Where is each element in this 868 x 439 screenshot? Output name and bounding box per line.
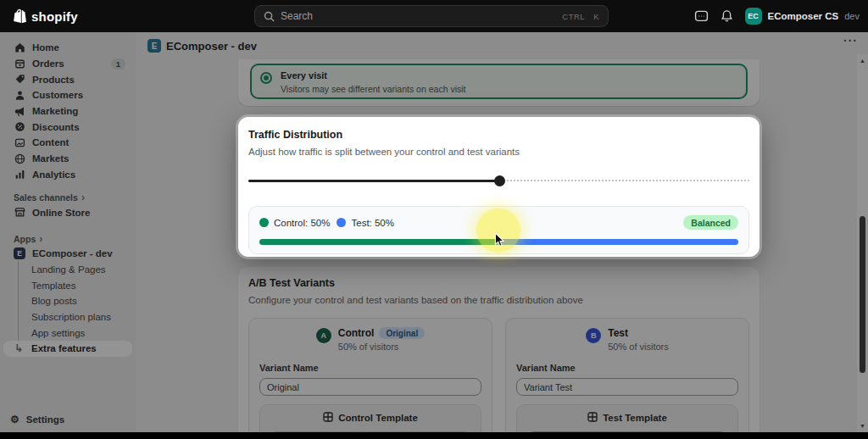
traffic-card-title: Traffic Distribution xyxy=(248,129,749,141)
control-dot-icon xyxy=(259,218,269,227)
mouse-cursor xyxy=(494,232,505,252)
scrollbar-thumb[interactable] xyxy=(860,216,865,373)
bar-control-segment xyxy=(259,239,499,245)
search-placeholder: Search xyxy=(281,10,313,22)
shopify-wordmark: shopify xyxy=(31,9,78,24)
inbox-chat-icon[interactable] xyxy=(694,9,709,24)
bar-test-segment xyxy=(499,239,739,245)
balanced-status-badge: Balanced xyxy=(683,215,738,230)
slider-fill xyxy=(248,180,499,182)
account-name: EComposer CS xyxy=(768,11,839,21)
scroll-up-icon[interactable]: ▲ xyxy=(857,58,868,64)
vertical-scrollbar[interactable]: ▲ ▼ xyxy=(857,54,868,432)
test-legend: Test: 50% xyxy=(337,218,394,228)
account-menu[interactable]: EC EComposer CS dev xyxy=(745,8,860,25)
test-dot-icon xyxy=(337,218,346,227)
traffic-slider[interactable] xyxy=(248,175,749,186)
search-icon xyxy=(264,11,275,22)
global-search-input[interactable]: Search CTRLK xyxy=(254,5,609,27)
shopify-logo: shopify xyxy=(0,8,78,25)
notifications-bell-icon[interactable] xyxy=(721,9,733,23)
traffic-card-subtitle: Adjust how traffic is split between your… xyxy=(248,147,749,157)
slider-handle[interactable] xyxy=(494,175,505,186)
shopify-bag-icon xyxy=(12,8,26,25)
control-legend: Control: 50% xyxy=(259,218,330,228)
scroll-down-icon[interactable]: ▼ xyxy=(857,423,868,429)
topbar: shopify Search CTRLK EC EComposer CS dev xyxy=(0,0,868,32)
search-shortcut: CTRLK xyxy=(562,12,599,21)
bottom-black-strip xyxy=(0,432,868,439)
account-env-label: dev xyxy=(844,11,860,21)
account-avatar: EC xyxy=(745,8,762,25)
